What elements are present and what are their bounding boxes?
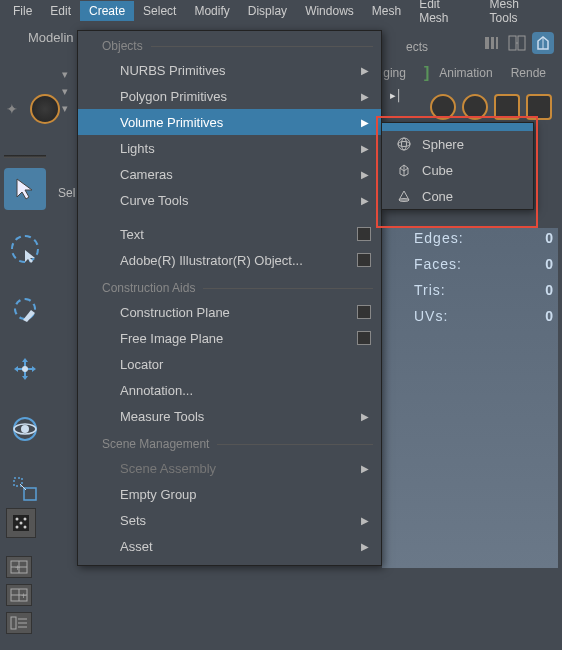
- option-box-icon[interactable]: [357, 305, 371, 319]
- svg-text:+: +: [21, 591, 26, 601]
- sphere-icon: [396, 136, 412, 152]
- option-box-icon[interactable]: [357, 227, 371, 241]
- svg-point-28: [402, 138, 407, 150]
- cone-icon: [396, 188, 412, 204]
- volume-primitives-submenu: Sphere Cube Cone: [381, 122, 534, 210]
- svg-point-18: [16, 526, 19, 529]
- menu-mesh[interactable]: Mesh: [363, 1, 410, 21]
- panel-expand-icon[interactable]: ▸│: [390, 89, 403, 102]
- submenu-arrow-icon: ▶: [361, 515, 369, 526]
- submenu-arrow-icon: ▶: [361, 195, 369, 206]
- subitem-sphere[interactable]: Sphere: [382, 131, 533, 157]
- shelf-right-icons: [430, 94, 552, 120]
- item-scene-assembly[interactable]: Scene Assembly▶: [78, 455, 381, 481]
- header-right-icons: [480, 32, 554, 54]
- subitem-label: Cone: [422, 189, 453, 204]
- item-illustrator[interactable]: Adobe(R) Illustrator(R) Object...: [78, 247, 381, 273]
- menu-editmesh[interactable]: Edit Mesh: [410, 0, 480, 28]
- item-cameras[interactable]: Cameras▶: [78, 161, 381, 187]
- tab-render[interactable]: Rende: [503, 62, 554, 84]
- svg-rect-4: [518, 36, 525, 50]
- menu-edit[interactable]: Edit: [41, 1, 80, 21]
- hud-row: Edges:0: [414, 225, 554, 251]
- subitem-cube[interactable]: Cube: [382, 157, 533, 183]
- item-text[interactable]: Text: [78, 221, 381, 247]
- mode-selector[interactable]: Modelin: [28, 30, 74, 45]
- select-tool[interactable]: [4, 168, 46, 210]
- svg-point-8: [21, 425, 29, 433]
- submenu-arrow-icon: ▶: [361, 143, 369, 154]
- item-curve-tools[interactable]: Curve Tools▶: [78, 187, 381, 213]
- hud-label: Tris:: [414, 282, 446, 298]
- item-asset[interactable]: Asset▶: [78, 533, 381, 559]
- menu-meshtools[interactable]: Mesh Tools: [481, 0, 558, 28]
- option-box-icon[interactable]: [357, 331, 371, 345]
- menu-modify[interactable]: Modify: [185, 1, 238, 21]
- subitem-label: Sphere: [422, 137, 464, 152]
- tab-animation[interactable]: Animation: [431, 62, 500, 84]
- svg-point-20: [20, 522, 23, 525]
- chevron-down-icon[interactable]: ▾: [62, 100, 68, 117]
- rotate-tool[interactable]: [4, 408, 46, 450]
- scale-tool[interactable]: [4, 468, 46, 510]
- menu-create[interactable]: Create: [80, 1, 134, 21]
- item-locator[interactable]: Locator: [78, 351, 381, 377]
- workspace-icon[interactable]: [480, 32, 502, 54]
- shelf-primitive-icon[interactable]: [462, 94, 488, 120]
- hud-value: 0: [545, 282, 554, 298]
- item-lights[interactable]: Lights▶: [78, 135, 381, 161]
- svg-point-5: [22, 366, 28, 372]
- main-menubar: File Edit Create Select Modify Display W…: [0, 0, 562, 22]
- hud-value: 0: [545, 308, 554, 324]
- submenu-arrow-icon: ▶: [361, 117, 369, 128]
- submenu-arrow-icon: ▶: [361, 169, 369, 180]
- grid-pattern-icon[interactable]: [6, 508, 36, 538]
- item-volume-primitives[interactable]: Volume Primitives▶: [78, 109, 381, 135]
- menu-display[interactable]: Display: [239, 1, 296, 21]
- submenu-highlight-stripe: [382, 123, 533, 131]
- home-cube-icon[interactable]: [532, 32, 554, 54]
- item-annotation[interactable]: Annotation...: [78, 377, 381, 403]
- svg-point-26: [398, 138, 410, 150]
- item-nurbs-primitives[interactable]: NURBS Primitives▶: [78, 57, 381, 83]
- shelf-primitive-icon[interactable]: [526, 94, 552, 120]
- shelf-primitive-icon[interactable]: [430, 94, 456, 120]
- item-sets[interactable]: Sets▶: [78, 507, 381, 533]
- svg-point-16: [16, 518, 19, 521]
- subitem-label: Cube: [422, 163, 453, 178]
- submenu-arrow-icon: ▶: [361, 411, 369, 422]
- shelf-tabs: [ ging ] Animation Rende: [368, 62, 554, 84]
- subitem-cone[interactable]: Cone: [382, 183, 533, 209]
- chevron-down-icon[interactable]: ▾: [62, 83, 68, 100]
- layout-single-icon[interactable]: +: [6, 556, 32, 578]
- menu-windows[interactable]: Windows: [296, 1, 363, 21]
- layout-quad-icon[interactable]: +: [6, 584, 32, 606]
- svg-point-17: [24, 518, 27, 521]
- hud-value: 0: [545, 256, 554, 272]
- hud-row: Faces:0: [414, 251, 554, 277]
- item-polygon-primitives[interactable]: Polygon Primitives▶: [78, 83, 381, 109]
- section-scene-management: Scene Management: [78, 429, 381, 455]
- svg-rect-25: [11, 617, 16, 629]
- item-empty-group[interactable]: Empty Group: [78, 481, 381, 507]
- hud-label: UVs:: [414, 308, 448, 324]
- menu-file[interactable]: File: [4, 1, 41, 21]
- cube-icon: [396, 162, 412, 178]
- menu-select[interactable]: Select: [134, 1, 185, 21]
- hud-value: 0: [545, 230, 554, 246]
- panel-collapse-col: ▾ ▾ ▾: [54, 62, 76, 117]
- lasso-tool[interactable]: [4, 228, 46, 270]
- submenu-arrow-icon: ▶: [361, 463, 369, 474]
- hud-label: Faces:: [414, 256, 462, 272]
- layout-list-icon[interactable]: [6, 612, 32, 634]
- option-box-icon[interactable]: [357, 253, 371, 267]
- item-free-image-plane[interactable]: Free Image Plane: [78, 325, 381, 351]
- shelf-primitive-icon[interactable]: [494, 94, 520, 120]
- layout-icon[interactable]: [506, 32, 528, 54]
- shelf-gear-icon[interactable]: ✦: [0, 101, 24, 117]
- item-measure-tools[interactable]: Measure Tools▶: [78, 403, 381, 429]
- item-construction-plane[interactable]: Construction Plane: [78, 299, 381, 325]
- move-tool[interactable]: [4, 348, 46, 390]
- paint-select-tool[interactable]: [4, 288, 46, 330]
- chevron-down-icon[interactable]: ▾: [62, 66, 68, 83]
